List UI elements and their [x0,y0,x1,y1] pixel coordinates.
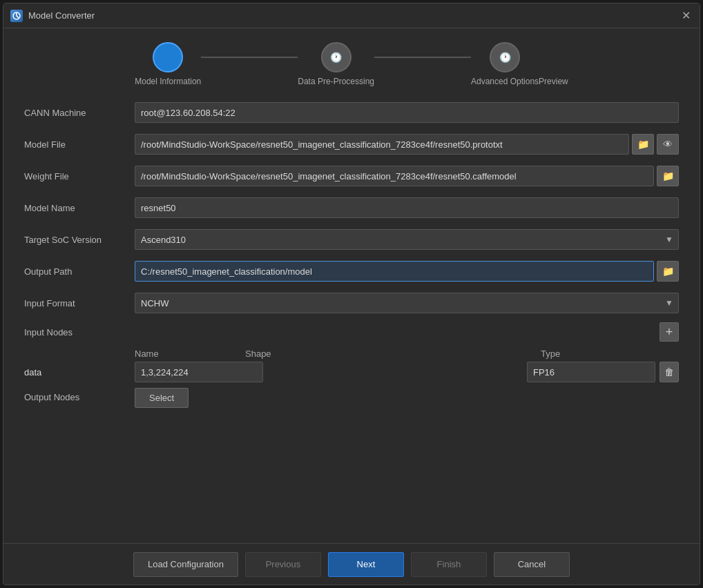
step-3-label: Advanced Options [471,77,539,86]
output-path-row: Output Path 📁 [24,259,679,284]
col-shape-header: Shape [245,349,541,359]
add-input-node-button[interactable]: + [659,322,679,342]
step-advanced-options: 🕐 Advanced Options [471,42,539,86]
input-format-row: Input Format NCHW NHWC ND ▼ [24,291,679,315]
weight-file-row: Weight File 📁 [24,164,679,188]
node-shape-input[interactable] [135,362,263,382]
titlebar-left: Model Converter [10,10,95,22]
stepper: Model Information 🕐 Data Pre-Processing … [3,28,700,93]
step-connector-1 [201,57,298,58]
window-title: Model Converter [28,10,95,21]
app-icon [10,10,23,22]
cann-machine-label: CANN Machine [24,108,135,118]
form-content: CANN Machine Model File 📁 👁 Weight File … [3,93,700,543]
output-nodes-row: Output Nodes Select [24,388,679,408]
weight-file-label: Weight File [24,171,135,182]
weight-file-folder-button[interactable]: 📁 [657,166,679,186]
target-soc-label: Target SoC Version [24,235,135,245]
output-path-input[interactable] [135,261,654,282]
input-format-select[interactable]: NCHW NHWC ND [135,293,679,313]
finish-button[interactable]: Finish [411,552,487,577]
cann-machine-row: CANN Machine [24,100,679,125]
output-path-folder-button[interactable]: 📁 [657,261,679,282]
step-data-preprocessing: 🕐 Data Pre-Processing [298,42,374,86]
node-type-cell: FP16 FP32 INT8 INT32 UINT8 ▼ 🗑 [527,362,679,382]
node-name-value: data [24,367,41,378]
cann-machine-input[interactable] [135,102,679,123]
step-3-circle: 🕐 [490,42,520,72]
previous-button[interactable]: Previous [245,552,321,577]
node-name-cell: data [24,367,135,378]
model-name-row: Model Name [24,195,679,220]
input-node-row: data FP16 FP32 INT8 INT32 UINT8 ▼ 🗑 [24,362,679,382]
weight-file-input-group: 📁 [135,166,679,186]
input-nodes-label: Input Nodes [24,327,135,337]
step-1-label: Model Information [135,77,201,86]
input-format-label: Input Format [24,298,135,308]
model-file-eye-button[interactable]: 👁 [657,134,679,155]
input-nodes-section-header: Input Nodes + [24,322,679,342]
titlebar: Model Converter ✕ [3,3,700,28]
step-1-circle [153,42,183,72]
step-2-circle: 🕐 [321,42,352,72]
step-preview: Preview [539,42,568,86]
load-configuration-button[interactable]: Load Configuration [133,552,238,577]
model-file-label: Model File [24,139,135,150]
step-connector-2 [374,57,471,58]
model-file-folder-button[interactable]: 📁 [632,134,654,155]
model-name-input[interactable] [135,197,679,218]
step-model-information: Model Information [135,42,201,86]
model-file-row: Model File 📁 👁 [24,132,679,157]
model-name-label: Model Name [24,203,135,213]
close-button[interactable]: ✕ [679,9,693,23]
step-4-label: Preview [539,77,568,86]
select-output-nodes-button[interactable]: Select [135,388,189,408]
weight-file-input[interactable] [135,166,654,186]
delete-node-button[interactable]: 🗑 [659,362,679,382]
next-button[interactable]: Next [328,552,404,577]
model-file-input[interactable] [135,134,629,155]
target-soc-row: Target SoC Version Ascend310 Ascend910 A… [24,227,679,252]
footer: Load Configuration Previous Next Finish … [3,543,700,585]
cancel-button[interactable]: Cancel [494,552,570,577]
step-2-label: Data Pre-Processing [298,77,374,86]
node-shape-cell [135,362,521,382]
output-path-input-group: 📁 [135,261,679,282]
output-path-label: Output Path [24,266,135,277]
col-type-header: Type [541,349,679,359]
node-type-select[interactable]: FP16 FP32 INT8 INT32 UINT8 [527,362,655,382]
model-file-input-group: 📁 👁 [135,134,679,155]
nodes-column-headers: Name Shape Type [24,346,679,362]
main-window: Model Converter ✕ Model Information 🕐 Da… [3,3,700,585]
output-nodes-label: Output Nodes [24,388,135,402]
target-soc-select-wrapper: Ascend310 Ascend910 Ascend310P ▼ [135,229,679,250]
input-format-select-wrapper: NCHW NHWC ND ▼ [135,293,679,313]
target-soc-select[interactable]: Ascend310 Ascend910 Ascend310P [135,229,679,250]
output-nodes-content: Select [135,388,189,408]
col-name-header: Name [135,349,245,359]
